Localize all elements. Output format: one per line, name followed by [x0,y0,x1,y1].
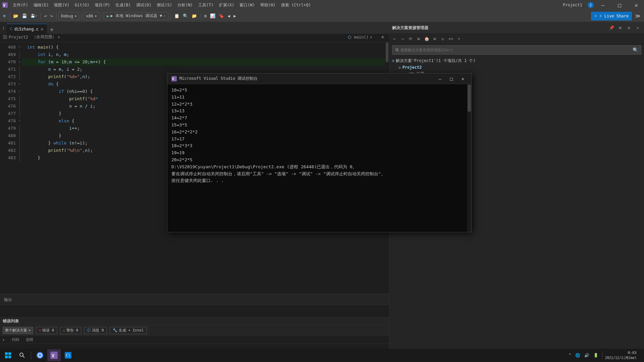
toolbar-btn-extra8[interactable]: ▶ [232,12,237,20]
menu-test[interactable]: 测试(S) [154,0,175,10]
taskbar-clock[interactable]: 0:03 2021/12/1(周1mel [605,351,637,360]
svg-point-2 [396,49,398,51]
se-prop-btn[interactable]: ⊞ [415,35,422,43]
file-type-icon: C [10,27,12,31]
tray-battery[interactable]: 🔋 [592,353,599,358]
tray-network[interactable]: 🌐 [574,353,581,358]
tray-chevron[interactable]: ^ [568,353,572,358]
taskbar-right: ^ 🌐 🔊 🔋 0:03 2021/12/1(周1mel [568,349,643,361]
taskbar-terminal[interactable]: C\ [61,349,75,361]
console-maximize-btn[interactable]: □ [447,74,456,83]
new-file-btn[interactable]: + [379,34,386,41]
func-dropdown[interactable]: ⬡ main() ▾ [345,33,375,42]
tab-close-icon[interactable]: × [41,26,43,32]
notification-badge[interactable]: 2 [588,2,594,8]
toolbar-undo[interactable]: ↩ [43,12,48,20]
se-expand-btn[interactable]: ⊞ [616,24,624,32]
se-sync-btn[interactable]: ⟳ [407,35,414,43]
minimize-button[interactable]: – [595,0,610,10]
menu-git[interactable]: Git(G) [72,0,92,10]
toolbar-btn-extra3[interactable]: 📁 [190,12,198,20]
menu-window[interactable]: 窗口(W) [237,0,258,10]
toolbar-save[interactable]: 💾 [20,12,29,20]
menu-file[interactable]: 文件(F) [10,0,31,10]
toolbar: + 📂 💾 💾✓ ↩ ↪ Debug ▾ x86 ▾ ▶ ▶ 本地 Window… [0,10,644,22]
tray-volume[interactable]: 🔊 [583,353,590,358]
se-back-btn[interactable]: ← [391,35,398,43]
chrome-icon [36,352,44,359]
console-window: V Microsoft Visual Studio 调试控制台 – □ ✕ 10… [167,73,472,232]
error-count-btn[interactable]: ✕ 错误 0 [36,327,57,334]
toolbar-saveall[interactable]: 💾✓ [29,12,39,20]
toolbar-btn-extra2[interactable]: 🔍 [181,12,190,20]
se-settings-btn[interactable]: ⚙ [625,24,633,32]
toolbar-btn-extra1[interactable]: 📋 [173,12,181,20]
toolbar-sep-2 [41,13,41,19]
toolbar-redo[interactable]: ↪ [49,12,54,20]
taskbar-sep [31,351,31,359]
menu-search[interactable]: 搜索 (Ctrl+Q) [278,0,314,10]
show-desktop-btn[interactable] [638,349,640,361]
run-button[interactable]: ▶ ▶ 本地 Windows 调试器 ▼ ▾ [104,12,168,20]
toolbar-new[interactable]: + [1,12,7,20]
tab-di5zhang[interactable]: C di5zhang.c × [7,24,47,34]
message-count-btn[interactable]: ⓘ 消息 0 [84,327,107,334]
toolbar-expand[interactable]: ≫ [633,11,643,21]
start-button[interactable] [1,349,15,361]
menu-debug[interactable]: 调试(D) [133,0,154,10]
toolbar-btn-extra7[interactable]: ◀ [226,12,231,20]
console-scrollbar[interactable] [467,84,471,232]
output-tabs: 输出 [0,294,389,305]
close-button[interactable]: ✕ [629,0,644,10]
menu-build[interactable]: 生成(B) [113,0,133,10]
console-scrollbar-thumb[interactable] [468,85,471,112]
toolbar-btn-extra4[interactable]: ⚙ [203,12,208,20]
se-home-btn[interactable]: 🏠 [423,35,430,43]
liveshare-button[interactable]: ⚡ ⚡ Live Share [591,12,632,20]
menu-tools[interactable]: 工具(T) [196,0,216,10]
tab-output[interactable]: 输出 [0,294,16,305]
search-taskbar-btn[interactable] [15,349,29,361]
console-minimize-btn[interactable]: – [436,74,444,83]
console-close-btn[interactable]: ✕ [459,74,467,83]
editor-scrollbar-thumb[interactable] [386,42,388,62]
message-icon: ⓘ [87,328,91,333]
se-search-input[interactable] [400,48,631,52]
platform-dropdown[interactable]: x86 ▾ [84,12,99,20]
toolbar-btn-extra5[interactable]: 📊 [209,12,217,20]
config-dropdown[interactable]: Debug ▾ [59,12,79,20]
menu-analyze[interactable]: 分析(N) [175,0,196,10]
taskbar-vs[interactable]: V [47,349,61,361]
se-add-btn[interactable]: + [455,35,463,43]
se-filter-btn[interactable]: ⊞ [431,35,438,43]
menu-view[interactable]: 视图(V) [51,0,72,10]
scope-dropdown[interactable]: （全局范围） ▾ [30,33,63,42]
line-num-468: 468 [0,44,16,51]
se-refresh-btn[interactable]: ↻ [439,35,446,43]
se-toolbar: ← → ⟳ ⊞ 🏠 ⊞ ↻ <> + [389,34,644,44]
menu-extensions[interactable]: 扩展(X) [216,0,237,10]
line-num-480: 480 [0,132,16,139]
se-project-item[interactable]: ▷ Project2 [392,64,641,70]
taskbar-sep-right [602,351,602,359]
func-icon: ⬡ [348,35,351,40]
se-close-btn[interactable]: ✕ [634,24,641,32]
warning-count-btn[interactable]: ⚠ 警告 0 [60,327,82,334]
se-forward-btn[interactable]: → [399,35,406,43]
menu-edit[interactable]: 编辑(E) [31,0,52,10]
toolbar-open[interactable]: 📂 [12,12,20,20]
se-pin-btn[interactable]: 📌 [608,24,615,32]
taskbar-chrome[interactable] [33,349,47,361]
scope-filter-dropdown[interactable]: 整个解决方案 ▾ [3,327,33,334]
menu-help[interactable]: 帮助(H) [258,0,278,10]
line-num-483: 483 [0,154,16,162]
line-numbers: 468 469 470 471 472 473 474 475 476 477 … [0,42,18,162]
se-solution-item[interactable]: ⊞ 解决方案'Project1'(1 个项目/共 1 个) [392,57,641,64]
se-search[interactable]: 🔍 [392,45,641,55]
se-code-btn[interactable]: <> [447,35,454,43]
new-tab-button[interactable]: + [47,24,56,34]
build-filter-btn[interactable]: 🔧 生成 + Intel [110,327,147,334]
toolbar-btn-extra6[interactable]: 🔖 [217,12,225,20]
maximize-button[interactable]: □ [612,0,627,10]
menu-project[interactable]: 项目(P) [92,0,113,10]
